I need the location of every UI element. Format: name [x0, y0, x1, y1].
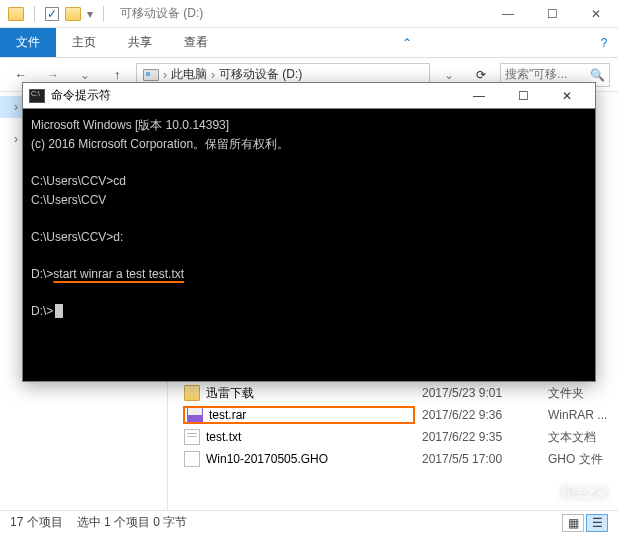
watermark-icon	[526, 482, 554, 504]
file-name: test.rar	[209, 408, 246, 422]
file-type: 文本文档	[548, 429, 596, 446]
close-button[interactable]: ✕	[574, 0, 618, 28]
cmd-minimize-button[interactable]: —	[457, 83, 501, 109]
rar-icon	[187, 407, 203, 423]
file-type: 文件夹	[548, 385, 584, 402]
cmd-window: 命令提示符 — ☐ ✕ Microsoft Windows [版本 10.0.1…	[22, 82, 596, 382]
gho-icon	[184, 451, 200, 467]
breadcrumb-loc[interactable]: 可移动设备 (D:)	[219, 66, 302, 83]
drive-icon	[143, 69, 159, 81]
maximize-button[interactable]: ☐	[530, 0, 574, 28]
cmd-close-button[interactable]: ✕	[545, 83, 589, 109]
help-icon[interactable]: ?	[590, 28, 618, 57]
watermark: 系统之家	[526, 482, 608, 504]
view-details-button[interactable]: ☰	[586, 514, 608, 532]
tab-view[interactable]: 查看	[168, 28, 224, 57]
cursor-icon	[55, 304, 63, 318]
cmd-titlebar[interactable]: 命令提示符 — ☐ ✕	[23, 83, 595, 109]
file-name: Win10-20170505.GHO	[206, 452, 328, 466]
cmd-icon	[29, 89, 45, 103]
qat-check-icon[interactable]: ✓	[45, 7, 59, 21]
cmd-highlighted-command: start winrar a test test.txt	[53, 267, 184, 281]
cmd-title: 命令提示符	[51, 87, 111, 104]
txt-icon	[184, 429, 200, 445]
window-title: 可移动设备 (D:)	[120, 5, 203, 22]
status-bar: 17 个项目 选中 1 个项目 0 字节 ▦ ☰	[0, 510, 618, 534]
status-selection: 选中 1 个项目 0 字节	[77, 514, 188, 531]
cmd-output: Microsoft Windows [版本 10.0.14393] (c) 20…	[23, 109, 595, 326]
breadcrumb-root[interactable]: 此电脑	[171, 66, 207, 83]
tab-file[interactable]: 文件	[0, 28, 56, 57]
file-row[interactable]: test.txt2017/6/22 9:35文本文档	[168, 426, 618, 448]
qat-folder-icon[interactable]	[65, 7, 81, 21]
folder-icon	[184, 385, 200, 401]
minimize-button[interactable]: —	[486, 0, 530, 28]
ribbon-tabs: 文件 主页 共享 查看 ⌃ ?	[0, 28, 618, 58]
window-titlebar: ✓ ▾ 可移动设备 (D:) — ☐ ✕	[0, 0, 618, 28]
file-row[interactable]: 迅雷下载2017/5/23 9:01文件夹	[168, 382, 618, 404]
tab-share[interactable]: 共享	[112, 28, 168, 57]
search-placeholder: 搜索"可移...	[505, 66, 567, 83]
ribbon-expand-icon[interactable]: ⌃	[393, 28, 421, 57]
folder-icon	[8, 7, 24, 21]
tab-home[interactable]: 主页	[56, 28, 112, 57]
file-date: 2017/6/22 9:36	[422, 408, 540, 422]
file-type: GHO 文件	[548, 451, 603, 468]
file-name: test.txt	[206, 430, 241, 444]
status-count: 17 个项目	[10, 514, 63, 531]
file-date: 2017/6/22 9:35	[422, 430, 540, 444]
view-thumbnails-button[interactable]: ▦	[562, 514, 584, 532]
file-row[interactable]: Win10-20170505.GHO2017/5/5 17:00GHO 文件	[168, 448, 618, 470]
file-name: 迅雷下载	[206, 385, 254, 402]
qat-overflow-icon[interactable]: ▾	[87, 7, 93, 21]
search-icon: 🔍	[590, 68, 605, 82]
file-date: 2017/5/23 9:01	[422, 386, 540, 400]
file-date: 2017/5/5 17:00	[422, 452, 540, 466]
cmd-maximize-button[interactable]: ☐	[501, 83, 545, 109]
file-type: WinRAR ...	[548, 408, 607, 422]
file-row[interactable]: test.rar2017/6/22 9:36WinRAR ...	[168, 404, 618, 426]
